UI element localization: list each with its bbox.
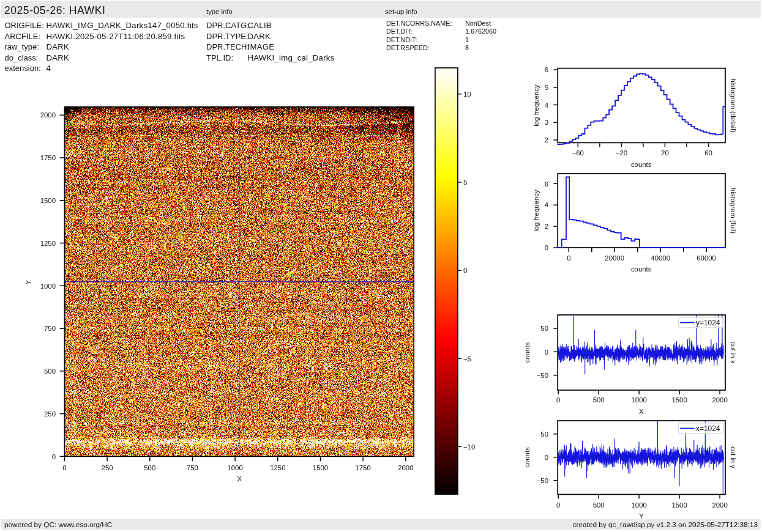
svg-text:extension:: extension: [5, 64, 41, 73]
svg-text:HAWKI_img_cal_Darks: HAWKI_img_cal_Darks [248, 53, 335, 62]
svg-text:histogram (full): histogram (full) [730, 188, 737, 234]
svg-text:500: 500 [593, 396, 605, 404]
svg-text:1250: 1250 [270, 464, 285, 471]
svg-text:0: 0 [545, 349, 548, 356]
svg-text:X: X [237, 475, 242, 482]
svg-text:ARCFILE:: ARCFILE: [5, 32, 41, 41]
svg-text:1500: 1500 [671, 396, 687, 404]
svg-text:counts: counts [523, 342, 531, 363]
svg-text:1000: 1000 [227, 464, 242, 471]
svg-text:4: 4 [545, 102, 548, 109]
svg-text:x=1024: x=1024 [696, 424, 720, 433]
svg-text:cut in x: cut in x [730, 341, 737, 363]
svg-text:1500: 1500 [40, 197, 56, 204]
svg-text:1000: 1000 [631, 396, 646, 404]
svg-text:0: 0 [463, 267, 467, 274]
svg-text:1: 1 [465, 36, 469, 43]
svg-text:X: X [639, 408, 644, 415]
svg-text:−20: −20 [616, 149, 627, 157]
svg-text:0: 0 [62, 464, 66, 471]
svg-text:DPR.CATG:: DPR.CATG: [206, 21, 249, 30]
svg-text:2: 2 [545, 136, 548, 144]
svg-text:powered by QC: www.eso.org/HC: powered by QC: www.eso.org/HC [4, 520, 113, 529]
svg-text:log frequency: log frequency [532, 190, 540, 232]
svg-text:2025-05-26: HAWKI: 2025-05-26: HAWKI [4, 4, 105, 17]
svg-text:log frequency: log frequency [532, 84, 540, 127]
svg-text:4: 4 [545, 201, 548, 209]
svg-text:250: 250 [102, 464, 113, 471]
svg-text:0: 0 [556, 396, 560, 404]
svg-text:−5: −5 [463, 355, 471, 363]
svg-text:histogram (detail): histogram (detail) [730, 79, 737, 133]
svg-text:−50: −50 [537, 477, 548, 484]
svg-text:2000: 2000 [712, 396, 727, 404]
svg-text:type info: type info [206, 8, 233, 15]
svg-text:250: 250 [44, 410, 56, 418]
svg-text:DET.NDIT:: DET.NDIT: [386, 36, 417, 43]
svg-text:2000: 2000 [712, 501, 727, 509]
svg-text:HAWKI_IMG_DARK_Darks147_0050.f: HAWKI_IMG_DARK_Darks147_0050.fits [47, 21, 198, 30]
svg-text:3: 3 [545, 119, 548, 126]
svg-text:y=1024: y=1024 [696, 319, 720, 327]
svg-text:0: 0 [52, 453, 56, 460]
svg-text:1250: 1250 [40, 240, 56, 247]
svg-text:0: 0 [545, 244, 548, 251]
svg-text:4: 4 [47, 64, 51, 73]
svg-text:6: 6 [545, 66, 548, 73]
svg-text:created by qc_rawdisp.py v1.2.: created by qc_rawdisp.py v1.2.3 on 2025-… [573, 520, 758, 529]
svg-text:1500: 1500 [671, 501, 687, 509]
svg-text:1.6762060: 1.6762060 [465, 28, 496, 35]
svg-text:500: 500 [593, 501, 605, 509]
svg-text:cut in y: cut in y [730, 446, 737, 468]
svg-text:1000: 1000 [40, 283, 56, 290]
svg-text:500: 500 [44, 368, 56, 375]
svg-text:50: 50 [540, 325, 548, 332]
svg-text:DPR.TYPE:: DPR.TYPE: [206, 32, 248, 41]
svg-text:40000: 40000 [651, 254, 670, 262]
svg-text:1500: 1500 [313, 464, 328, 471]
svg-text:750: 750 [44, 325, 56, 332]
svg-text:ORIGFILE:: ORIGFILE: [5, 21, 44, 30]
svg-text:5: 5 [463, 179, 467, 186]
svg-text:0: 0 [545, 454, 548, 461]
svg-text:20000: 20000 [605, 254, 624, 262]
svg-text:Y: Y [24, 279, 32, 284]
svg-text:DARK: DARK [47, 53, 70, 62]
svg-text:counts: counts [631, 161, 652, 168]
svg-text:6: 6 [545, 180, 548, 188]
svg-text:Y: Y [639, 512, 644, 520]
svg-text:do_class:: do_class: [5, 53, 39, 62]
svg-text:60000: 60000 [697, 254, 716, 262]
svg-text:DET.DIT:: DET.DIT: [386, 28, 413, 35]
svg-text:NonDest: NonDest [465, 20, 491, 27]
svg-text:0: 0 [567, 254, 570, 262]
svg-text:raw_type:: raw_type: [5, 42, 39, 51]
svg-text:750: 750 [187, 464, 198, 471]
svg-text:60: 60 [704, 149, 712, 157]
svg-text:1750: 1750 [355, 464, 370, 471]
svg-text:DET.RSPEED:: DET.RSPEED: [386, 44, 430, 51]
svg-text:DPR.TECH:: DPR.TECH: [206, 42, 249, 51]
svg-text:set-up info: set-up info [385, 8, 417, 15]
svg-text:2000: 2000 [40, 111, 56, 119]
svg-text:8: 8 [465, 44, 469, 51]
svg-text:2: 2 [545, 223, 548, 230]
svg-text:IMAGE: IMAGE [248, 42, 275, 51]
svg-text:DARK: DARK [248, 32, 271, 41]
svg-text:5: 5 [545, 84, 548, 91]
svg-text:20: 20 [661, 149, 669, 157]
svg-text:CALIB: CALIB [248, 21, 272, 30]
svg-text:DET.NCORRS.NAME:: DET.NCORRS.NAME: [386, 20, 452, 27]
svg-text:1750: 1750 [40, 154, 56, 161]
svg-text:0: 0 [556, 501, 560, 509]
svg-text:−50: −50 [537, 372, 548, 379]
svg-text:50: 50 [540, 430, 548, 438]
svg-text:DARK: DARK [47, 42, 70, 51]
svg-text:500: 500 [144, 464, 155, 471]
svg-text:−10: −10 [463, 443, 475, 451]
svg-text:1000: 1000 [631, 501, 646, 509]
svg-text:10: 10 [463, 91, 471, 98]
svg-text:2000: 2000 [398, 464, 413, 471]
svg-text:counts: counts [631, 265, 652, 273]
svg-text:counts: counts [523, 447, 531, 468]
